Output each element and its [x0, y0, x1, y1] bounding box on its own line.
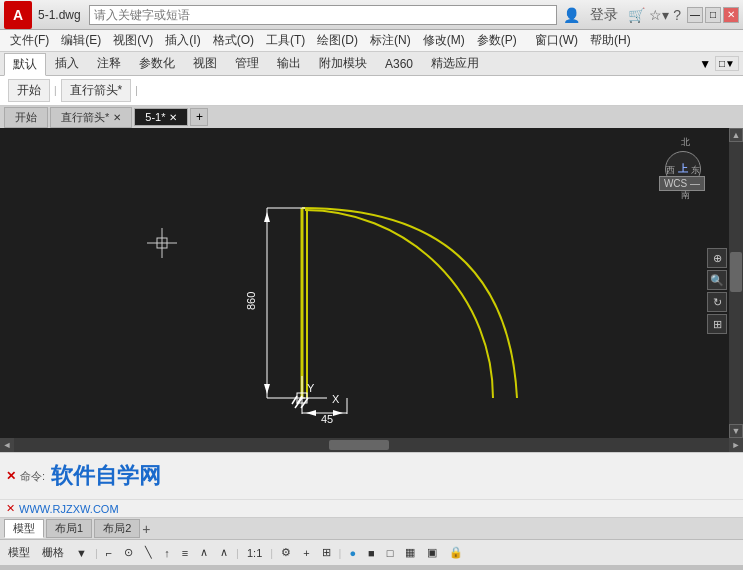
status-snap[interactable]: ⌐	[102, 546, 116, 560]
status-model[interactable]: 模型	[4, 544, 34, 561]
close-straight-arrow-icon[interactable]: ✕	[113, 112, 121, 123]
drawing-canvas[interactable]: 860 X Y 45	[0, 128, 743, 438]
menu-tools[interactable]: 工具(T)	[260, 30, 311, 51]
minimize-button[interactable]: —	[687, 7, 703, 23]
scroll-down-arrow[interactable]: ▼	[729, 424, 743, 438]
sep3: |	[270, 547, 273, 559]
status-grid3[interactable]: ▦	[401, 545, 419, 560]
status-grid[interactable]: 栅格	[38, 544, 68, 561]
tab-insert[interactable]: 插入	[46, 52, 88, 75]
menu-file[interactable]: 文件(F)	[4, 30, 55, 51]
tab-output[interactable]: 输出	[268, 52, 310, 75]
menu-annotate[interactable]: 标注(N)	[364, 30, 417, 51]
status-dot-blue[interactable]: ●	[345, 546, 360, 560]
autocad-logo: A	[4, 1, 32, 29]
tab-addons[interactable]: 附加模块	[310, 52, 376, 75]
start-button[interactable]: 开始	[8, 79, 50, 102]
straight-arrow-button[interactable]: 直行箭头*	[61, 79, 132, 102]
tab-view[interactable]: 视图	[184, 52, 226, 75]
title-icons: 👤 登录 🛒 ☆▾ ?	[563, 5, 681, 25]
status-line[interactable]: ╲	[141, 545, 156, 560]
tab-default[interactable]: 默认	[4, 53, 46, 76]
zoom-tool-button[interactable]: 🔍	[707, 270, 727, 290]
user-icon: 👤	[563, 7, 580, 23]
scroll-thumb-h[interactable]	[329, 440, 389, 450]
menu-draw[interactable]: 绘图(D)	[311, 30, 364, 51]
layout-tab-2[interactable]: 布局2	[94, 519, 140, 538]
panel-expand-button[interactable]: □▼	[715, 56, 739, 71]
close-5-1-icon[interactable]: ✕	[169, 112, 177, 123]
status-tri1[interactable]: ∧	[196, 545, 212, 560]
svg-text:X: X	[332, 393, 340, 405]
tab-straight-arrow-label: 直行箭头*	[61, 110, 109, 125]
tab-start[interactable]: 开始	[4, 107, 48, 128]
menu-window[interactable]: 窗口(W)	[529, 30, 584, 51]
scroll-left-arrow[interactable]: ◄	[0, 438, 14, 452]
pan-tool-button[interactable]: ⊕	[707, 248, 727, 268]
status-dropdown[interactable]: ▼	[72, 546, 91, 560]
horizontal-scrollbar[interactable]: ◄ ►	[0, 438, 743, 452]
star-icon[interactable]: ☆▾	[649, 7, 669, 23]
menu-help[interactable]: 帮助(H)	[584, 30, 637, 51]
layout-tabs: 模型 布局1 布局2 +	[0, 517, 743, 539]
layout-tab-1[interactable]: 布局1	[46, 519, 92, 538]
ribbon-expand-icon[interactable]: ▼	[699, 57, 711, 71]
status-lock[interactable]: 🔒	[445, 545, 467, 560]
command-label: 命令:	[20, 469, 45, 484]
ribbon-tabs: 默认 插入 注释 参数化 视图 管理 输出 附加模块 A360 精选应用 ▼ □…	[0, 52, 743, 76]
orbit-tool-button[interactable]: ↻	[707, 292, 727, 312]
restore-button[interactable]: □	[705, 7, 721, 23]
status-layers[interactable]: ▣	[423, 545, 441, 560]
status-lines[interactable]: ≡	[178, 546, 192, 560]
status-scale[interactable]: 1:1	[243, 546, 266, 560]
right-toolbar: ⊕ 🔍 ↻ ⊞	[707, 248, 727, 334]
scroll-thumb-v[interactable]	[730, 252, 742, 292]
menu-format[interactable]: 格式(O)	[207, 30, 260, 51]
menu-insert[interactable]: 插入(I)	[159, 30, 206, 51]
command-sub-text: WWW.RJZXW.COM	[19, 503, 119, 515]
sep1: |	[95, 547, 98, 559]
tab-5-1[interactable]: 5-1* ✕	[134, 108, 188, 126]
status-settings-icon[interactable]: ⚙	[277, 545, 295, 560]
tab-parametric[interactable]: 参数化	[130, 52, 184, 75]
status-circle[interactable]: ⊙	[120, 545, 137, 560]
menu-edit[interactable]: 编辑(E)	[55, 30, 107, 51]
tab-straight-arrow[interactable]: 直行箭头* ✕	[50, 107, 132, 128]
svg-rect-0	[7, 128, 736, 438]
menu-modify[interactable]: 修改(M)	[417, 30, 471, 51]
layout-tab-model[interactable]: 模型	[4, 519, 44, 538]
command-close-icon[interactable]: ✕	[6, 469, 16, 483]
search-input[interactable]	[89, 5, 558, 25]
status-tri2[interactable]: ∧	[216, 545, 232, 560]
showmotion-button[interactable]: ⊞	[707, 314, 727, 334]
tab-5-1-label: 5-1*	[145, 111, 165, 123]
status-box[interactable]: □	[383, 546, 398, 560]
tab-featured[interactable]: 精选应用	[422, 52, 488, 75]
tab-a360[interactable]: A360	[376, 54, 422, 74]
menu-view[interactable]: 视图(V)	[107, 30, 159, 51]
close-button[interactable]: ✕	[723, 7, 739, 23]
status-bar: 模型 栅格 ▼ | ⌐ ⊙ ╲ ↑ ≡ ∧ ∧ | 1:1 | ⚙ + ⊞ | …	[0, 539, 743, 565]
status-square[interactable]: ■	[364, 546, 379, 560]
help-icon[interactable]: ?	[673, 7, 681, 23]
file-name: 5-1.dwg	[38, 8, 81, 22]
vertical-scrollbar[interactable]: ▲ ▼	[729, 128, 743, 438]
canvas-area[interactable]: [-][俯视]二维线框 860 X	[0, 128, 743, 438]
menu-params[interactable]: 参数(P)	[471, 30, 523, 51]
status-arrow[interactable]: ↑	[160, 546, 174, 560]
login-button[interactable]: 登录	[584, 5, 624, 25]
wcs-button[interactable]: WCS —	[659, 176, 705, 191]
status-plus[interactable]: +	[299, 546, 313, 560]
tab-annotate[interactable]: 注释	[88, 52, 130, 75]
title-bar: A 5-1.dwg 👤 登录 🛒 ☆▾ ? — □ ✕	[0, 0, 743, 30]
tab-manage[interactable]: 管理	[226, 52, 268, 75]
add-tab-button[interactable]: +	[190, 108, 208, 126]
scroll-right-arrow[interactable]: ►	[729, 438, 743, 452]
scroll-up-arrow[interactable]: ▲	[729, 128, 743, 142]
svg-text:Y: Y	[307, 382, 315, 394]
add-layout-button[interactable]: +	[142, 521, 150, 537]
status-grid2[interactable]: ⊞	[318, 545, 335, 560]
cmd-input-close[interactable]: ✕	[6, 502, 15, 515]
compass-up-label: 上	[678, 162, 688, 176]
cart-icon[interactable]: 🛒	[628, 7, 645, 23]
